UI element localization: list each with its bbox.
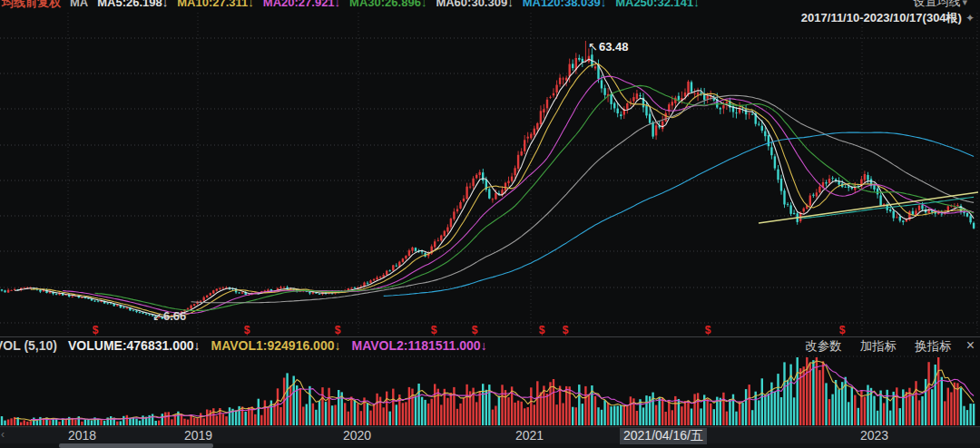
date-range-row: 2017/11/10-2023/10/17(304根)✦ [801, 10, 975, 26]
crosshair-date-label: 2021/04/16/五 [620, 428, 707, 444]
svg-text:$: $ [93, 324, 99, 336]
indicator-action-button[interactable]: 加指标 [860, 339, 897, 353]
svg-text:$: $ [705, 324, 711, 336]
svg-text:$: $ [472, 324, 478, 336]
ma-indicator-header: 均线前复权MAMA5:26.198↓MA10:27.311↓MA20:27.92… [2, 0, 709, 11]
high-price-annotation: ↖63.48 [588, 40, 628, 54]
ma-value-token: MA30:26.896↓ [349, 0, 426, 9]
arrow-up-left-icon: ↖ [588, 40, 598, 54]
axis-year-label: 2019 [184, 428, 212, 443]
chart-scrollbar[interactable] [0, 443, 980, 448]
pin-icon[interactable]: ✦ [965, 12, 975, 24]
chevron-down-icon: ▾ [962, 0, 967, 7]
ma-value-token: MA120:38.039↓ [523, 0, 607, 9]
ma-value-token: 均线前复权 [2, 0, 61, 9]
axis-year-label: 2018 [68, 428, 96, 443]
volume-value-token: MAVOL1:924916.000↓ [211, 338, 341, 353]
svg-text:$: $ [335, 324, 341, 336]
volume-chart-svg[interactable] [0, 354, 980, 426]
ma-value-token: MA250:32.141↓ [615, 0, 700, 9]
volume-value-token: MAVOL2:1181511.000↓ [351, 338, 486, 353]
volume-indicator-header: VOL (5,10)VOLUME:476831.000↓MAVOL1:92491… [0, 337, 980, 354]
ma-value-token: MA20:27.921↓ [263, 0, 340, 9]
time-axis: ‹ 20182019202020212021/04/16/五2023 [0, 426, 980, 443]
set-ma-label: 设置均线 [913, 0, 960, 8]
price-chart-svg[interactable]: $$$$$$$$$ [0, 0, 980, 336]
axis-year-label: 2023 [860, 428, 888, 443]
indicator-action-button[interactable]: 换指标 [915, 339, 952, 353]
low-price-value: 6.66 [163, 309, 186, 323]
indicator-action-button[interactable]: 改参数 [805, 339, 842, 353]
arrow-down-left-icon: ↙ [152, 309, 162, 323]
stock-chart-window: $$$$$$$$$ 均线前复权MAMA5:26.198↓MA10:27.311↓… [0, 0, 980, 448]
high-price-value: 63.48 [599, 40, 629, 54]
ma-value-token: MA [70, 0, 88, 9]
svg-text:$: $ [431, 324, 437, 336]
svg-text:$: $ [539, 324, 545, 336]
volume-value-token: VOLUME:476831.000↓ [68, 338, 201, 353]
low-price-annotation: ↙6.66 [152, 309, 186, 323]
date-range-label: 2017/11/10-2023/10/17(304根) [801, 11, 962, 24]
axis-corner-icon: ‹ [1, 428, 5, 441]
volume-value-token: VOL (5,10) [0, 338, 57, 353]
set-ma-button[interactable]: 设置均线▾ [913, 0, 967, 10]
close-icon[interactable]: × [966, 337, 975, 353]
ma-value-token: MA10:27.311↓ [177, 0, 254, 9]
price-pane[interactable]: $$$$$$$$$ 均线前复权MAMA5:26.198↓MA10:27.311↓… [0, 0, 980, 336]
svg-text:$: $ [244, 324, 250, 336]
axis-year-label: 2021 [515, 428, 544, 443]
scrollbar-thumb[interactable] [59, 443, 213, 448]
ma-value-token: MA5:26.198↓ [97, 0, 168, 9]
axis-year-label: 2020 [343, 428, 371, 443]
svg-text:$: $ [563, 324, 569, 336]
indicator-actions: 改参数加指标换指标× [787, 337, 975, 355]
ma-value-token: MA60:30.309↓ [436, 0, 513, 9]
svg-text:$: $ [839, 324, 846, 336]
volume-values: VOL (5,10)VOLUME:476831.000↓MAVOL1:92491… [0, 338, 498, 353]
